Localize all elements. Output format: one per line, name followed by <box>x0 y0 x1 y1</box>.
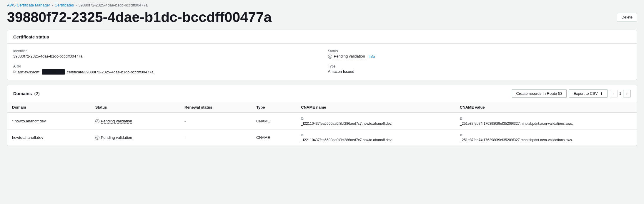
breadcrumb: AWS Certificate Manager › Certificates ›… <box>7 0 637 9</box>
status-info-link[interactable]: Info <box>369 54 375 59</box>
identifier-label: Identifier <box>13 49 316 53</box>
prev-page-button[interactable]: ‹ <box>610 90 618 97</box>
arn-field: ARN ⧉ arn:aws:acm:REDACTEDcertificate/39… <box>13 64 316 75</box>
domains-actions: Create records In Route 53 Export to CSV… <box>512 89 631 98</box>
cname-value-cell: ⧉_251e87feb74f1763980f9ef35209f327.mhbts… <box>455 113 637 129</box>
breadcrumb-current: 39880f72-2325-4dae-b1dc-bccdff00477a <box>79 3 148 7</box>
page-number: 1 <box>619 91 621 96</box>
status-cell: ⊙Pending validation <box>91 129 180 146</box>
col-cname-value: CNAME value <box>455 102 637 113</box>
domains-header: Domains (2) Create records In Route 53 E… <box>7 85 637 102</box>
breadcrumb-sep-1: › <box>52 4 53 7</box>
domains-table: Domain Status Renewal status Type CNAME … <box>7 102 637 146</box>
export-csv-button[interactable]: Export to CSV ⬆ <box>569 89 607 98</box>
status-value: ⊙ Pending validation Info <box>328 54 631 59</box>
export-icon: ⬆ <box>600 92 603 96</box>
domains-title: Domains (2) <box>13 91 40 96</box>
pending-icon: ⊙ <box>328 55 332 59</box>
cname-value-copy-icon[interactable]: ⧉ <box>460 117 462 121</box>
next-page-button[interactable]: › <box>623 90 631 97</box>
cname-value-copy-icon[interactable]: ⧉ <box>460 133 462 137</box>
certificate-status-header: Certificate status <box>7 30 637 44</box>
col-domain: Domain <box>7 102 91 113</box>
breadcrumb-acm[interactable]: AWS Certificate Manager <box>7 3 50 7</box>
col-type: Type <box>252 102 296 113</box>
status-label: Status <box>328 49 631 53</box>
cname-name-copy-icon[interactable]: ⧉ <box>301 117 304 121</box>
cname-name-copy-icon[interactable]: ⧉ <box>301 133 304 137</box>
col-status: Status <box>91 102 180 113</box>
col-renewal-status: Renewal status <box>180 102 252 113</box>
create-records-button[interactable]: Create records In Route 53 <box>512 89 567 98</box>
status-cell: ⊙Pending validation <box>91 113 180 129</box>
renewal-status-cell: - <box>180 129 252 146</box>
renewal-status-cell: - <box>180 113 252 129</box>
type-field: Type Amazon Issued <box>328 64 631 75</box>
identifier-field: Identifier 39880f72-2325-4dae-b1dc-bccdf… <box>13 49 316 59</box>
cname-name-cell: ⧉_f22110437fea5500aa0f8bf286aed7c7.howto… <box>296 129 455 146</box>
type-cell: CNAME <box>252 129 296 146</box>
domain-cell: *.howto.ahanoff.dev <box>7 113 91 129</box>
arn-copy-icon[interactable]: ⧉ <box>13 70 16 74</box>
arn-prefix: arn:aws:acm: <box>18 70 40 74</box>
col-cname-name: CNAME name <box>296 102 455 113</box>
domain-cell: howto.ahanoff.dev <box>7 129 91 146</box>
delete-button[interactable]: Delete <box>617 13 637 21</box>
breadcrumb-certificates[interactable]: Certificates <box>55 3 74 7</box>
page-title: 39880f72-2325-4dae-b1dc-bccdff00477a <box>7 9 272 25</box>
identifier-value: 39880f72-2325-4dae-b1dc-bccdff00477a <box>13 54 316 58</box>
table-header-row: Domain Status Renewal status Type CNAME … <box>7 102 637 113</box>
table-row: howto.ahanoff.dev⊙Pending validation-CNA… <box>7 129 637 146</box>
arn-suffix: certificate/39880f72-2325-4dae-b1dc-bccd… <box>67 70 154 74</box>
breadcrumb-sep-2: › <box>76 4 77 7</box>
type-value: Amazon Issued <box>328 69 631 74</box>
type-label: Type <box>328 64 631 68</box>
cname-name-cell: ⧉_f22110437fea5500aa0f8bf286aed7c7.howto… <box>296 113 455 129</box>
arn-label: ARN <box>13 64 316 68</box>
cname-value-cell: ⧉_251e87feb74f1763980f9ef35209f327.mhbts… <box>455 129 637 146</box>
pagination: ‹ 1 › <box>610 90 631 97</box>
table-row: *.howto.ahanoff.dev⊙Pending validation-C… <box>7 113 637 129</box>
status-pending-text: Pending validation <box>334 54 365 59</box>
status-field: Status ⊙ Pending validation Info <box>328 49 631 59</box>
arn-redacted: REDACTED <box>42 69 65 75</box>
arn-value: ⧉ arn:aws:acm:REDACTEDcertificate/39880f… <box>13 69 316 75</box>
certificate-status-card: Certificate status Identifier 39880f72-2… <box>7 30 637 80</box>
type-cell: CNAME <box>252 113 296 129</box>
domains-card: Domains (2) Create records In Route 53 E… <box>7 85 637 146</box>
